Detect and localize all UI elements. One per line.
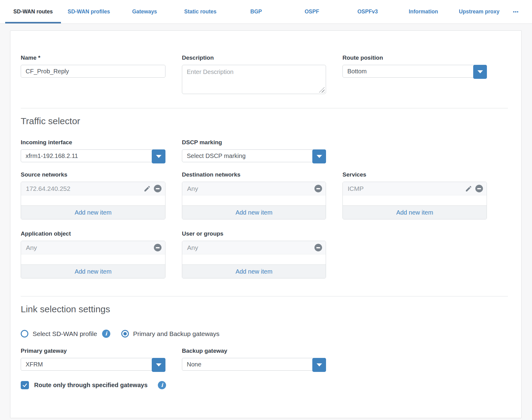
name-input[interactable] <box>21 65 165 78</box>
incoming-interface-field: Incoming interface xfrm1-192.168.2.11 <box>21 139 165 162</box>
source-networks-label: Source networks <box>21 171 165 178</box>
tab-label: Upstream proxy <box>459 9 499 15</box>
backup-gateway-label: Backup gateway <box>182 348 326 354</box>
tab-label: Gateways <box>132 9 157 15</box>
interface-dscp-row: Incoming interface xfrm1-192.168.2.11 DS… <box>21 139 508 162</box>
primary-gateway-field: Primary gateway XFRM <box>21 348 165 371</box>
primary-gateway-select[interactable]: XFRM <box>21 358 165 371</box>
destination-networks-field: Destination networks Any Add new item <box>182 171 326 219</box>
dscp-marking-select[interactable]: Select DSCP marking <box>182 149 326 162</box>
remove-icon[interactable] <box>314 185 322 192</box>
radio-primary-backup-gateways[interactable] <box>121 330 129 338</box>
traffic-selector-heading: Traffic selector <box>21 115 508 127</box>
name-field: Name * <box>21 54 165 78</box>
list-empty-area <box>182 195 326 205</box>
tab-label: Static routes <box>184 9 217 15</box>
list-item-value: ICMP <box>348 185 465 192</box>
tab-gateways[interactable]: Gateways <box>117 0 172 23</box>
remove-icon[interactable] <box>154 185 161 192</box>
route-only-checkbox[interactable] <box>21 381 29 389</box>
list-item: Any <box>182 241 326 254</box>
sdwan-route-form-card: Name * Description Route position Bottom… <box>10 30 522 418</box>
tab-bgp[interactable]: BGP <box>228 0 284 23</box>
tab-label: SD-WAN profiles <box>68 9 110 15</box>
section-divider <box>21 108 508 108</box>
tab-sdwan-profiles[interactable]: SD-WAN profiles <box>61 0 117 23</box>
description-textarea[interactable] <box>182 65 326 94</box>
incoming-interface-select[interactable]: xfrm1-192.168.2.11 <box>21 149 165 162</box>
destination-networks-box: Any Add new item <box>182 182 326 219</box>
backup-gateway-value: None <box>182 358 326 370</box>
route-only-row: Route only through specified gateways <box>21 381 508 389</box>
list-empty-area <box>343 195 487 205</box>
name-label: Name * <box>21 54 165 61</box>
link-selection-radio-group: Select SD-WAN profile Primary and Backup… <box>21 330 508 338</box>
user-or-groups-box: Any Add new item <box>182 241 326 278</box>
add-new-item-button[interactable]: Add new item <box>182 205 326 219</box>
networks-services-row: Source networks 172.64.240.252 Add new i… <box>21 171 508 219</box>
primary-gateway-value: XFRM <box>21 358 165 370</box>
chevron-down-icon[interactable] <box>312 358 326 372</box>
chevron-down-icon[interactable] <box>473 65 487 79</box>
backup-gateway-field: Backup gateway None <box>182 348 326 371</box>
tab-upstream-proxy[interactable]: Upstream proxy <box>451 0 507 23</box>
user-or-groups-label: User or groups <box>182 230 326 237</box>
incoming-interface-label: Incoming interface <box>21 139 165 146</box>
primary-gateway-label: Primary gateway <box>21 348 165 354</box>
edit-icon[interactable] <box>144 185 151 192</box>
backup-gateway-select[interactable]: None <box>182 358 326 371</box>
application-users-row: Application object Any Add new item User… <box>21 230 508 278</box>
tab-ospf[interactable]: OSPF <box>284 0 340 23</box>
tab-static-routes[interactable]: Static routes <box>172 0 228 23</box>
route-position-value: Bottom <box>343 65 487 77</box>
list-item-value: 172.64.240.252 <box>26 185 144 192</box>
remove-icon[interactable] <box>154 244 161 251</box>
source-networks-box: 172.64.240.252 Add new item <box>21 182 165 219</box>
edit-icon[interactable] <box>465 185 472 192</box>
services-box: ICMP Add new item <box>342 182 487 219</box>
tab-label: OSPF <box>305 9 319 15</box>
chevron-down-icon[interactable] <box>152 358 165 372</box>
add-new-item-button[interactable]: Add new item <box>21 205 165 219</box>
tab-label: OSPFv3 <box>357 9 378 15</box>
route-basic-row: Name * Description Route position Bottom <box>21 54 508 94</box>
remove-icon[interactable] <box>475 185 483 192</box>
description-label: Description <box>182 54 326 61</box>
tab-information[interactable]: Information <box>395 0 451 23</box>
list-item-value: Any <box>187 185 314 192</box>
tab-label: Information <box>409 9 438 15</box>
source-networks-field: Source networks 172.64.240.252 Add new i… <box>21 171 165 219</box>
tabs-overflow-button[interactable]: ••• <box>507 0 525 23</box>
info-icon[interactable] <box>102 330 110 338</box>
description-field: Description <box>182 54 326 94</box>
dscp-marking-label: DSCP marking <box>182 139 326 146</box>
list-empty-area <box>21 195 165 205</box>
list-item: Any <box>21 241 165 254</box>
list-item: 172.64.240.252 <box>21 182 165 195</box>
route-position-select[interactable]: Bottom <box>342 65 487 78</box>
radio-primary-backup-gateways-label: Primary and Backup gateways <box>133 330 220 338</box>
chevron-down-icon[interactable] <box>152 149 165 163</box>
info-icon[interactable] <box>158 381 166 389</box>
route-position-label: Route position <box>342 54 487 61</box>
add-new-item-button[interactable]: Add new item <box>182 264 326 278</box>
section-divider <box>21 296 508 296</box>
list-empty-area <box>182 254 326 264</box>
remove-icon[interactable] <box>314 244 322 251</box>
dscp-marking-value: Select DSCP marking <box>182 150 326 162</box>
tab-label: BGP <box>250 9 262 15</box>
route-only-checkbox-label: Route only through specified gateways <box>34 382 147 389</box>
gateway-row: Primary gateway XFRM Backup gateway None <box>21 348 508 371</box>
tab-bar: SD-WAN routes SD-WAN profiles Gateways S… <box>0 0 532 24</box>
list-item-value: Any <box>187 244 314 251</box>
link-selection-heading: Link selection settings <box>21 303 508 315</box>
add-new-item-button[interactable]: Add new item <box>21 264 165 278</box>
tab-ospfv3[interactable]: OSPFv3 <box>340 0 395 23</box>
list-item-value: Any <box>26 244 154 251</box>
tab-sdwan-routes[interactable]: SD-WAN routes <box>5 0 61 23</box>
add-new-item-button[interactable]: Add new item <box>343 205 487 219</box>
radio-select-sdwan-profile[interactable] <box>21 330 28 338</box>
dscp-marking-field: DSCP marking Select DSCP marking <box>182 139 326 162</box>
chevron-down-icon[interactable] <box>312 149 326 163</box>
user-or-groups-field: User or groups Any Add new item <box>182 230 326 278</box>
